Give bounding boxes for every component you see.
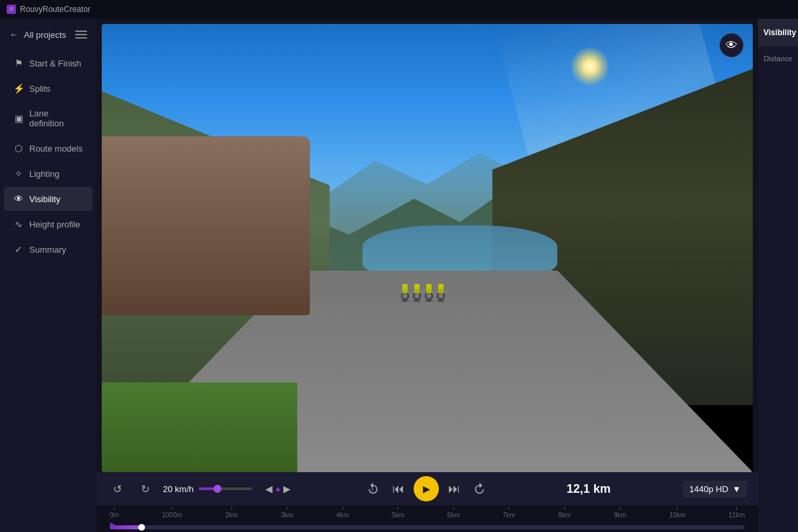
sidebar: ← All projects ⚑ Start & Finish ⚡ Splits… (0, 19, 96, 532)
sidebar-item-label: Splits (29, 84, 51, 94)
title-bar: R RouvyRouteCreator (0, 0, 798, 19)
timeline-markers: 0m 1000m 2km 3km (110, 507, 745, 519)
timeline-flag-icon: ⚑ (108, 521, 116, 531)
timeline-mark-3km: 3km (281, 507, 293, 519)
back-arrow-icon: ← (9, 29, 19, 40)
timeline-mark-2km: 2km (225, 507, 238, 519)
sidebar-item-visibility[interactable]: 👁 Visibility (4, 187, 92, 211)
scene-background (102, 24, 753, 472)
video-container: 👁 (102, 24, 753, 472)
tab-visibility[interactable]: Visibility (758, 19, 798, 47)
timeline-mark-0m: 0m (110, 507, 119, 519)
app-body: ← All projects ⚑ Start & Finish ⚡ Splits… (0, 19, 798, 532)
visibility-toggle-button[interactable]: 👁 (720, 33, 743, 57)
timeline-mark-8km: 8km (559, 507, 571, 519)
prev-frame-button[interactable]: ◀ (265, 483, 273, 494)
redo-button[interactable]: ↻ (135, 479, 155, 499)
sidebar-item-lighting[interactable]: ✧ Lighting (4, 162, 92, 186)
cyclist-shadow (425, 300, 433, 302)
eye-overlay-icon: 👁 (726, 39, 737, 53)
tab-visibility-label: Visibility (763, 28, 796, 37)
timeline-ruler: 0m 1000m 2km 3km (96, 505, 758, 519)
cyclist-1 (401, 284, 409, 302)
sidebar-item-lane-definition[interactable]: ▣ Lane definition (4, 102, 92, 135)
next-frame-button[interactable]: ▶ (283, 483, 291, 494)
play-icon: ▶ (423, 483, 430, 494)
play-button[interactable]: ▶ (414, 476, 439, 501)
back-label: All projects (24, 30, 66, 40)
sidebar-nav: ⚑ Start & Finish ⚡ Splits ▣ Lane definit… (0, 48, 96, 265)
grass (102, 382, 297, 472)
cyclist-4 (437, 284, 445, 302)
cyclist-shadow (401, 300, 409, 302)
keyframe-indicator: ◆ (275, 485, 281, 493)
timeline-mark-7km: 7km (503, 507, 515, 519)
sidebar-item-start-finish[interactable]: ⚑ Start & Finish (4, 51, 92, 75)
svg-text:5: 5 (371, 487, 373, 491)
sidebar-item-label: Summary (29, 245, 66, 255)
sidebar-item-label: Lighting (29, 169, 60, 179)
cube-icon: ⬡ (13, 143, 24, 154)
stone-wall (102, 136, 310, 316)
cyclist-3 (425, 284, 433, 302)
right-panel: Visibility Distance (758, 19, 798, 532)
speed-slider-thumb (213, 485, 221, 493)
toggle-sidebar-button[interactable] (75, 30, 87, 39)
cyclist-body (438, 284, 444, 293)
back-button[interactable]: ← All projects (0, 21, 96, 48)
sun-icon: ✧ (13, 168, 24, 179)
speed-value: 20 km/h (163, 484, 194, 494)
check-icon: ✓ (13, 244, 24, 255)
sidebar-item-splits[interactable]: ⚡ Splits (4, 76, 92, 100)
eye-icon: 👁 (13, 194, 24, 204)
timeline-mark-1000m: 1000m (162, 507, 182, 519)
timeline-mark-11km: 11km (729, 507, 745, 519)
road-icon: ▣ (13, 113, 24, 124)
cyclist-shadow (437, 300, 445, 302)
cyclist-shadow (413, 300, 421, 302)
quality-selector[interactable]: 1440p HD ▼ (683, 481, 747, 497)
sidebar-item-route-models[interactable]: ⬡ Route models (4, 136, 92, 160)
timeline-mark-4km: 4km (336, 507, 349, 519)
timeline-mark-10km: 10km (670, 507, 686, 519)
timeline-mark-9km: 9km (614, 507, 626, 519)
sidebar-item-label: Visibility (29, 194, 61, 204)
splits-icon: ⚡ (13, 83, 24, 94)
distance-value: 12,1 km (567, 482, 610, 496)
frame-nav: ◀ ◆ ▶ (265, 483, 291, 494)
app-title: RouvyRouteCreator (20, 5, 90, 14)
sidebar-item-label: Route models (29, 144, 82, 154)
cyclist-body (414, 284, 420, 293)
sidebar-item-summary[interactable]: ✓ Summary (4, 237, 92, 261)
rewind-forward-button[interactable] (469, 479, 489, 499)
video-scene: 👁 (102, 24, 753, 472)
main-playback-controls: 5 ⏮ ▶ ⏭ (363, 476, 489, 501)
step-back-button[interactable]: ⏮ (388, 479, 408, 499)
speed-control: 20 km/h (163, 484, 252, 494)
quality-value: 1440p HD (690, 484, 729, 494)
step-forward-button[interactable]: ⏭ (444, 479, 464, 499)
timeline[interactable]: 0m 1000m 2km 3km (96, 505, 758, 532)
main-content: 👁 ↺ ↻ 20 km/h ◀ ◆ ▶ (96, 19, 758, 532)
tab-distance-label: Distance (764, 55, 793, 63)
undo-button[interactable]: ↺ (107, 479, 127, 499)
sidebar-item-height-profile[interactable]: ∿ Height profile (4, 212, 92, 236)
cyclist-2 (413, 284, 421, 302)
rewind-back-button[interactable]: 5 (363, 479, 383, 499)
undo-icon: ↺ (113, 483, 122, 495)
app-icon: R (7, 5, 16, 14)
timeline-playhead[interactable] (138, 524, 145, 531)
sidebar-item-label: Height profile (29, 219, 80, 229)
sidebar-item-label: Lane definition (29, 108, 83, 128)
cyclist-body (426, 284, 432, 293)
timeline-progress-bar[interactable] (110, 525, 745, 529)
speed-slider[interactable] (199, 487, 252, 490)
flag-icon: ⚑ (13, 58, 24, 68)
sidebar-item-label: Start & Finish (29, 59, 81, 68)
playback-controls: ↺ ↻ 20 km/h ◀ ◆ ▶ (96, 472, 758, 505)
quality-arrow-icon: ▼ (732, 484, 741, 494)
chart-icon: ∿ (13, 219, 24, 229)
tab-distance[interactable]: Distance (758, 47, 798, 70)
redo-icon: ↻ (141, 483, 150, 495)
timeline-mark-5km: 5km (392, 507, 404, 519)
